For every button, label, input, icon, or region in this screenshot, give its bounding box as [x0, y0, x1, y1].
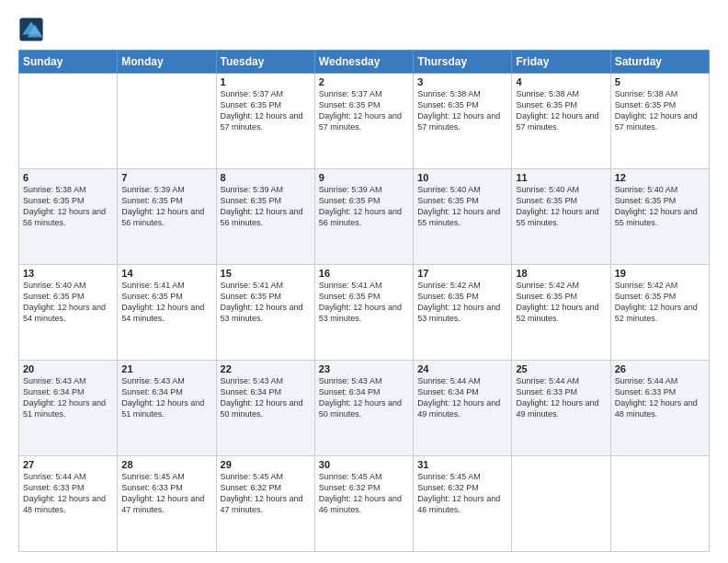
day-info: Sunrise: 5:45 AMSunset: 6:33 PMDaylight:… — [121, 471, 211, 516]
day-info: Sunrise: 5:43 AMSunset: 6:34 PMDaylight:… — [221, 375, 311, 420]
day-number: 29 — [221, 459, 311, 470]
calendar-table: SundayMondayTuesdayWednesdayThursdayFrid… — [18, 50, 710, 552]
calendar-week-row: 27Sunrise: 5:44 AMSunset: 6:33 PMDayligh… — [19, 456, 710, 552]
day-number: 30 — [319, 459, 409, 470]
day-info: Sunrise: 5:44 AMSunset: 6:33 PMDaylight:… — [516, 375, 606, 420]
day-number: 19 — [615, 268, 705, 279]
day-number: 7 — [121, 172, 211, 183]
day-info: Sunrise: 5:40 AMSunset: 6:35 PMDaylight:… — [417, 184, 507, 229]
calendar-cell: 20Sunrise: 5:43 AMSunset: 6:34 PMDayligh… — [19, 361, 118, 456]
calendar-cell: 17Sunrise: 5:42 AMSunset: 6:35 PMDayligh… — [414, 265, 512, 361]
calendar-cell: 16Sunrise: 5:41 AMSunset: 6:35 PMDayligh… — [314, 265, 413, 361]
day-info: Sunrise: 5:40 AMSunset: 6:35 PMDaylight:… — [615, 184, 705, 229]
calendar-cell: 23Sunrise: 5:43 AMSunset: 6:34 PMDayligh… — [314, 361, 413, 456]
calendar-cell — [512, 456, 610, 552]
calendar-cell: 28Sunrise: 5:45 AMSunset: 6:33 PMDayligh… — [118, 456, 216, 552]
day-info: Sunrise: 5:39 AMSunset: 6:35 PMDaylight:… — [221, 184, 311, 229]
day-number: 31 — [417, 459, 507, 470]
day-number: 21 — [121, 363, 211, 374]
day-info: Sunrise: 5:42 AMSunset: 6:35 PMDaylight:… — [615, 280, 705, 325]
calendar-week-row: 13Sunrise: 5:40 AMSunset: 6:35 PMDayligh… — [19, 265, 710, 361]
day-info: Sunrise: 5:37 AMSunset: 6:35 PMDaylight:… — [221, 88, 311, 133]
day-info: Sunrise: 5:38 AMSunset: 6:35 PMDaylight:… — [23, 184, 113, 229]
day-info: Sunrise: 5:44 AMSunset: 6:33 PMDaylight:… — [23, 471, 113, 516]
day-info: Sunrise: 5:43 AMSunset: 6:34 PMDaylight:… — [319, 375, 409, 420]
calendar-cell: 29Sunrise: 5:45 AMSunset: 6:32 PMDayligh… — [216, 456, 314, 552]
page: SundayMondayTuesdayWednesdayThursdayFrid… — [0, 0, 728, 563]
header-tuesday: Tuesday — [216, 51, 314, 74]
day-number: 22 — [221, 363, 311, 374]
day-number: 1 — [221, 76, 311, 87]
day-info: Sunrise: 5:41 AMSunset: 6:35 PMDaylight:… — [221, 280, 311, 325]
calendar-cell: 21Sunrise: 5:43 AMSunset: 6:34 PMDayligh… — [118, 361, 216, 456]
day-number: 3 — [417, 76, 507, 87]
calendar-cell: 11Sunrise: 5:40 AMSunset: 6:35 PMDayligh… — [512, 169, 610, 265]
day-number: 27 — [23, 459, 113, 470]
calendar-week-row: 20Sunrise: 5:43 AMSunset: 6:34 PMDayligh… — [19, 361, 710, 456]
calendar-cell: 14Sunrise: 5:41 AMSunset: 6:35 PMDayligh… — [118, 265, 216, 361]
calendar-cell — [118, 74, 216, 169]
day-number: 23 — [319, 363, 409, 374]
calendar-cell: 22Sunrise: 5:43 AMSunset: 6:34 PMDayligh… — [216, 361, 314, 456]
day-number: 28 — [121, 459, 211, 470]
day-info: Sunrise: 5:38 AMSunset: 6:35 PMDaylight:… — [615, 88, 705, 133]
day-number: 12 — [615, 172, 705, 183]
calendar-cell — [610, 456, 709, 552]
calendar-cell: 27Sunrise: 5:44 AMSunset: 6:33 PMDayligh… — [19, 456, 118, 552]
day-info: Sunrise: 5:38 AMSunset: 6:35 PMDaylight:… — [516, 88, 606, 133]
day-info: Sunrise: 5:45 AMSunset: 6:32 PMDaylight:… — [221, 471, 311, 516]
day-number: 17 — [417, 268, 507, 279]
day-number: 20 — [23, 363, 113, 374]
day-info: Sunrise: 5:37 AMSunset: 6:35 PMDaylight:… — [319, 88, 409, 133]
header — [18, 17, 710, 42]
header-saturday: Saturday — [610, 51, 709, 74]
day-info: Sunrise: 5:40 AMSunset: 6:35 PMDaylight:… — [516, 184, 606, 229]
day-info: Sunrise: 5:44 AMSunset: 6:33 PMDaylight:… — [615, 375, 705, 420]
logo-icon — [18, 17, 44, 42]
calendar-cell: 12Sunrise: 5:40 AMSunset: 6:35 PMDayligh… — [610, 169, 709, 265]
day-number: 14 — [121, 268, 211, 279]
day-number: 11 — [516, 172, 606, 183]
day-info: Sunrise: 5:43 AMSunset: 6:34 PMDaylight:… — [121, 375, 211, 420]
day-info: Sunrise: 5:40 AMSunset: 6:35 PMDaylight:… — [23, 280, 113, 325]
calendar-cell: 10Sunrise: 5:40 AMSunset: 6:35 PMDayligh… — [414, 169, 512, 265]
calendar-cell: 30Sunrise: 5:45 AMSunset: 6:32 PMDayligh… — [314, 456, 413, 552]
calendar-cell: 13Sunrise: 5:40 AMSunset: 6:35 PMDayligh… — [19, 265, 118, 361]
calendar-cell: 4Sunrise: 5:38 AMSunset: 6:35 PMDaylight… — [512, 74, 610, 169]
day-number: 25 — [516, 363, 606, 374]
day-info: Sunrise: 5:45 AMSunset: 6:32 PMDaylight:… — [319, 471, 409, 516]
calendar-cell: 26Sunrise: 5:44 AMSunset: 6:33 PMDayligh… — [610, 361, 709, 456]
day-number: 9 — [319, 172, 409, 183]
header-sunday: Sunday — [19, 51, 118, 74]
calendar-cell: 9Sunrise: 5:39 AMSunset: 6:35 PMDaylight… — [314, 169, 413, 265]
day-info: Sunrise: 5:42 AMSunset: 6:35 PMDaylight:… — [516, 280, 606, 325]
day-number: 18 — [516, 268, 606, 279]
calendar-cell: 8Sunrise: 5:39 AMSunset: 6:35 PMDaylight… — [216, 169, 314, 265]
calendar-cell: 18Sunrise: 5:42 AMSunset: 6:35 PMDayligh… — [512, 265, 610, 361]
day-info: Sunrise: 5:41 AMSunset: 6:35 PMDaylight:… — [319, 280, 409, 325]
day-info: Sunrise: 5:42 AMSunset: 6:35 PMDaylight:… — [417, 280, 507, 325]
calendar-cell: 7Sunrise: 5:39 AMSunset: 6:35 PMDaylight… — [118, 169, 216, 265]
header-wednesday: Wednesday — [314, 51, 413, 74]
calendar-cell: 31Sunrise: 5:45 AMSunset: 6:32 PMDayligh… — [414, 456, 512, 552]
calendar-week-row: 6Sunrise: 5:38 AMSunset: 6:35 PMDaylight… — [19, 169, 710, 265]
day-info: Sunrise: 5:39 AMSunset: 6:35 PMDaylight:… — [121, 184, 211, 229]
calendar-cell: 25Sunrise: 5:44 AMSunset: 6:33 PMDayligh… — [512, 361, 610, 456]
day-number: 4 — [516, 76, 606, 87]
calendar-cell: 24Sunrise: 5:44 AMSunset: 6:34 PMDayligh… — [414, 361, 512, 456]
calendar-cell: 5Sunrise: 5:38 AMSunset: 6:35 PMDaylight… — [610, 74, 709, 169]
day-number: 16 — [319, 268, 409, 279]
calendar-week-row: 1Sunrise: 5:37 AMSunset: 6:35 PMDaylight… — [19, 74, 710, 169]
header-friday: Friday — [512, 51, 610, 74]
calendar-cell: 2Sunrise: 5:37 AMSunset: 6:35 PMDaylight… — [314, 74, 413, 169]
header-thursday: Thursday — [414, 51, 512, 74]
day-number: 13 — [23, 268, 113, 279]
day-number: 15 — [221, 268, 311, 279]
calendar-cell: 1Sunrise: 5:37 AMSunset: 6:35 PMDaylight… — [216, 74, 314, 169]
day-number: 24 — [417, 363, 507, 374]
day-number: 6 — [23, 172, 113, 183]
day-number: 5 — [615, 76, 705, 87]
day-number: 26 — [615, 363, 705, 374]
day-info: Sunrise: 5:44 AMSunset: 6:34 PMDaylight:… — [417, 375, 507, 420]
calendar-header-row: SundayMondayTuesdayWednesdayThursdayFrid… — [19, 51, 710, 74]
